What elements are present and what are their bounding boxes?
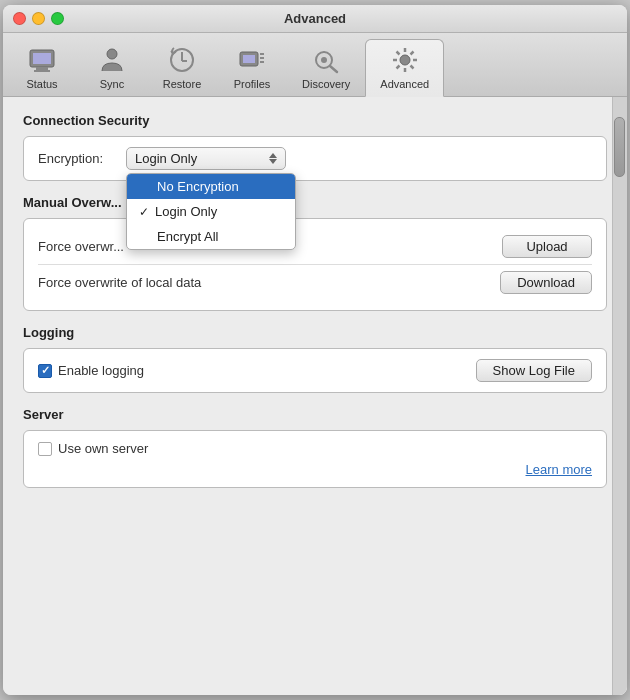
connection-security-section: Connection Security Encryption: Login On… — [23, 113, 607, 181]
dropdown-item-login-only[interactable]: Login Only — [127, 199, 295, 224]
svg-point-15 — [321, 57, 327, 63]
svg-rect-1 — [33, 53, 51, 64]
profiles-label: Profiles — [234, 78, 271, 90]
logging-section: Logging Enable logging Show Log File — [23, 325, 607, 393]
logging-checkbox-row: Enable logging Show Log File — [38, 359, 592, 382]
download-button[interactable]: Download — [500, 271, 592, 294]
server-box: Use own server Learn more — [23, 430, 607, 488]
server-title: Server — [23, 407, 607, 422]
server-section: Server Use own server Learn more — [23, 407, 607, 488]
toolbar-item-sync[interactable]: Sync — [77, 39, 147, 96]
force-upload-label: Force overwr... — [38, 239, 124, 254]
chevron-up-icon — [269, 153, 277, 158]
scrollbar-thumb[interactable] — [614, 117, 625, 177]
svg-line-14 — [330, 66, 337, 72]
scrollbar[interactable] — [612, 97, 627, 695]
main-window: Advanced Status Sync — [3, 5, 627, 695]
traffic-lights — [13, 12, 64, 25]
use-own-server-text: Use own server — [58, 441, 148, 456]
manual-override-title: Manual Overw... — [23, 195, 607, 210]
dropdown-item-encrypt-all[interactable]: Encrypt All — [127, 224, 295, 249]
close-button[interactable] — [13, 12, 26, 25]
learn-more-link[interactable]: Learn more — [526, 462, 592, 477]
logging-box: Enable logging Show Log File — [23, 348, 607, 393]
enable-logging-checkbox[interactable] — [38, 364, 52, 378]
logging-title: Logging — [23, 325, 607, 340]
svg-line-21 — [396, 52, 399, 55]
svg-rect-9 — [243, 55, 255, 63]
connection-security-box: Encryption: Login Only No En — [23, 136, 607, 181]
svg-rect-2 — [36, 67, 48, 70]
show-log-file-button[interactable]: Show Log File — [476, 359, 592, 382]
window-title: Advanced — [284, 11, 346, 26]
status-icon — [26, 44, 58, 76]
select-arrow-icon — [269, 153, 277, 164]
toolbar: Status Sync Restore — [3, 33, 627, 97]
svg-line-24 — [396, 66, 399, 69]
profiles-icon — [236, 44, 268, 76]
svg-rect-3 — [34, 70, 50, 72]
encryption-select-button[interactable]: Login Only — [126, 147, 286, 170]
discovery-label: Discovery — [302, 78, 350, 90]
svg-line-22 — [410, 66, 413, 69]
toolbar-item-profiles[interactable]: Profiles — [217, 39, 287, 96]
encryption-current-value: Login Only — [135, 151, 197, 166]
force-download-row: Force overwrite of local data Download — [38, 265, 592, 300]
learn-more-row: Learn more — [38, 462, 592, 477]
restore-icon — [166, 44, 198, 76]
encryption-label: Encryption: — [38, 151, 118, 166]
restore-label: Restore — [163, 78, 202, 90]
sync-label: Sync — [100, 78, 124, 90]
advanced-label: Advanced — [380, 78, 429, 90]
use-own-server-checkbox[interactable] — [38, 442, 52, 456]
manual-override-section: Manual Overw... Force overwr... Upload F… — [23, 195, 607, 311]
sync-icon — [96, 44, 128, 76]
encryption-row: Encryption: Login Only No En — [38, 147, 592, 170]
encryption-select-wrapper: Login Only No Encryption — [126, 147, 286, 170]
connection-security-title: Connection Security — [23, 113, 607, 128]
status-label: Status — [26, 78, 57, 90]
encrypt-all-label: Encrypt All — [157, 229, 218, 244]
advanced-icon — [389, 44, 421, 76]
svg-point-16 — [400, 55, 410, 65]
use-own-server-label[interactable]: Use own server — [38, 441, 592, 456]
manual-override-box: Force overwr... Upload Force overwrite o… — [23, 218, 607, 311]
no-encryption-label: No Encryption — [157, 179, 239, 194]
minimize-button[interactable] — [32, 12, 45, 25]
toolbar-item-restore[interactable]: Restore — [147, 39, 217, 96]
svg-line-23 — [410, 52, 413, 55]
enable-logging-label[interactable]: Enable logging — [38, 363, 144, 378]
force-upload-row: Force overwr... Upload — [38, 229, 592, 265]
chevron-down-icon — [269, 159, 277, 164]
svg-point-4 — [107, 49, 117, 59]
toolbar-item-discovery[interactable]: Discovery — [287, 39, 365, 96]
discovery-icon — [310, 44, 342, 76]
force-download-label: Force overwrite of local data — [38, 275, 201, 290]
upload-button[interactable]: Upload — [502, 235, 592, 258]
login-only-label: Login Only — [155, 204, 217, 219]
main-content: Connection Security Encryption: Login On… — [3, 97, 627, 695]
encryption-dropdown: No Encryption Login Only Encrypt All — [126, 173, 296, 250]
dropdown-item-no-encryption[interactable]: No Encryption — [127, 174, 295, 199]
toolbar-item-advanced[interactable]: Advanced — [365, 39, 444, 97]
enable-logging-text: Enable logging — [58, 363, 144, 378]
maximize-button[interactable] — [51, 12, 64, 25]
titlebar: Advanced — [3, 5, 627, 33]
toolbar-item-status[interactable]: Status — [7, 39, 77, 96]
